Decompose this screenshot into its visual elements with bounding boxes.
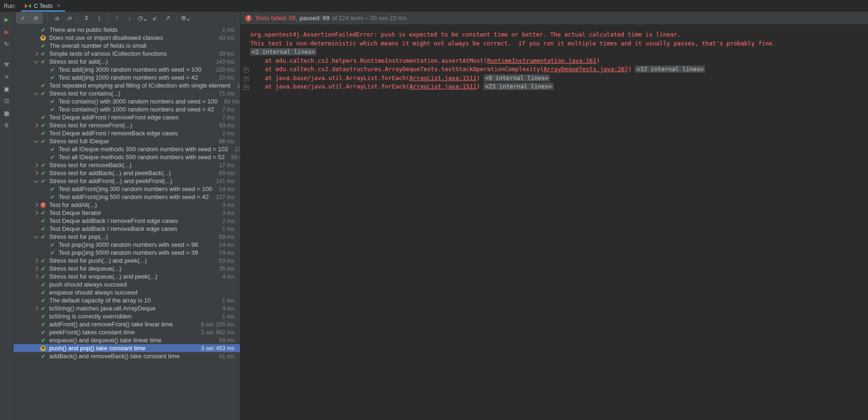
chevron-down-icon[interactable] (34, 234, 38, 238)
expand-fold-icon[interactable]: + (244, 76, 249, 81)
test-row[interactable]: ✕push() and pop() take constant time3 se… (14, 344, 240, 352)
test-row[interactable]: ✔There are no public fields1 ms (14, 26, 240, 34)
test-row[interactable]: ✔Test Deque addBack / removeBack edge ca… (14, 225, 240, 233)
stack-trace-link[interactable]: RuntimeInstrumentation.java:161 (487, 57, 596, 64)
folded-lines-badge[interactable]: <2 internal lines> (250, 48, 316, 55)
test-passed-icon: ✔ (41, 226, 45, 232)
test-row[interactable]: ✔enqueue should always succeed (14, 288, 240, 296)
test-row[interactable]: ✔enqueue() and dequeue() take linear tim… (14, 336, 240, 344)
test-row[interactable]: ✔Stress test for removeFront(...)93 ms (14, 121, 240, 129)
export-test-results-button[interactable]: ↗ (161, 13, 174, 23)
test-row[interactable]: ✔toString() matches java.util.ArrayDeque… (14, 304, 240, 312)
test-row[interactable]: ✔Test pop()ing 5000 random numbers with … (14, 249, 240, 257)
test-row[interactable]: !Test for addAll(...)3 ms (14, 201, 240, 209)
toggle-auto-test-button[interactable]: ↻ (1, 39, 12, 49)
test-name: Stress test for addFront(...) and peekFr… (49, 177, 172, 184)
test-duration: 127 ms (210, 194, 234, 200)
test-row[interactable]: ✔addBack() and removeBack() take constan… (14, 352, 240, 360)
test-row[interactable]: ✔The default capacity of the array is 10… (14, 296, 240, 304)
circle-slash-icon: ⊘ (33, 15, 38, 22)
test-settings-button[interactable]: ⚙▼ (179, 13, 192, 23)
test-row[interactable]: ✔Test Deque Iterator3 ms (14, 209, 240, 217)
dump-button[interactable]: ⊡ (1, 96, 12, 106)
test-row[interactable]: ✔Test all IDeque methods 300 random numb… (14, 145, 240, 153)
sort-by-duration-button[interactable]: ↓≡ (62, 13, 75, 23)
expand-fold-icon[interactable]: + (244, 85, 249, 90)
folded-lines-badge[interactable]: <32 internal lines> (635, 66, 705, 73)
close-icon[interactable]: ✕ (56, 3, 60, 9)
test-row[interactable]: ✔peekFront() takes constant time2 sec 98… (14, 328, 240, 336)
thread-dump-button[interactable]: ▣ (1, 84, 12, 94)
test-row[interactable]: ✔Test Deque addFront / removeBack edge c… (14, 129, 240, 137)
test-row[interactable]: ✔Test addFront()ing 300 random numbers w… (14, 185, 240, 193)
test-row[interactable]: ✔Test add()ing 1000 random numbers with … (14, 74, 240, 81)
chevron-right-icon[interactable] (34, 163, 38, 168)
collapse-all-button[interactable]: ↨ (93, 13, 105, 23)
chevron-slot (32, 236, 39, 238)
rerun-button[interactable]: ▶ (1, 15, 12, 25)
test-row[interactable]: ✔Stress test for add(...)140 ms (14, 58, 240, 66)
sort-alphabetically-button[interactable]: ↓a (50, 13, 62, 23)
chevron-right-icon[interactable] (34, 123, 38, 128)
chevron-right-icon[interactable] (34, 211, 38, 215)
test-row[interactable]: ✔Test Deque addBack / removeFront edge c… (14, 217, 240, 225)
tab-c-tests[interactable]: C Tests ✕ (21, 0, 65, 12)
test-row[interactable]: ✔Stress test for push(...) and peek(...)… (14, 257, 240, 265)
pin-tab-button[interactable]: ⚲ (1, 120, 12, 131)
test-row[interactable]: ✔Test addFront()ing 500 random numbers w… (14, 193, 240, 201)
chevron-down-icon[interactable] (34, 138, 38, 143)
test-row[interactable]: ✔Test repeated emptying and filling of I… (14, 81, 240, 89)
test-duration: 74 ms (212, 250, 234, 256)
chevron-down-icon[interactable] (34, 90, 38, 95)
test-row[interactable]: ✔Stress test for pop(...)88 ms (14, 233, 240, 241)
chevron-right-icon[interactable] (34, 52, 38, 56)
test-duration: 2 ms (216, 130, 234, 137)
expand-all-button[interactable]: ⇕ (80, 13, 93, 23)
import-test-results-button[interactable]: ↙ (149, 13, 161, 23)
test-row[interactable]: ✔Stress test for addFront(...) and peekF… (14, 177, 240, 185)
chevron-right-icon[interactable] (34, 266, 38, 271)
test-row[interactable]: ✕Does not use or import disallowed class… (14, 34, 240, 42)
chevron-right-icon[interactable] (34, 203, 38, 207)
chevron-right-icon[interactable] (34, 306, 38, 311)
chevron-right-icon[interactable] (34, 171, 38, 176)
folded-lines-badge[interactable]: <9 internal lines> (484, 74, 550, 81)
expand-fold-icon[interactable]: + (244, 67, 249, 73)
test-row[interactable]: ✔Stress test for dequeue(...)35 ms (14, 265, 240, 273)
restore-layout-button[interactable]: ▦ (1, 108, 12, 118)
next-failed-test-button[interactable]: ↓ (123, 13, 136, 23)
test-row[interactable]: ✔addFront() and removeFront() take linea… (14, 320, 240, 328)
previous-failed-test-button[interactable]: ↑ (111, 13, 123, 23)
test-row[interactable]: ✔The overall number of fields is small (14, 42, 240, 50)
stack-trace-link[interactable]: ArrayList.java:1511 (410, 74, 477, 81)
test-row[interactable]: ✔Test pop()ing 3000 random numbers with … (14, 241, 240, 249)
show-passed-button[interactable]: ✓ (17, 13, 30, 23)
chevron-right-icon[interactable] (34, 258, 38, 263)
test-row[interactable]: ✔Test all IDeque methods 500 random numb… (14, 153, 240, 161)
chevron-down-icon[interactable] (34, 178, 38, 183)
stack-trace-link[interactable]: ArrayList.java:1511 (410, 83, 477, 90)
test-row[interactable]: ✔Test contains() with 1000 random number… (14, 105, 240, 113)
test-row[interactable]: ✔Stress test for addBack(...) and peekBa… (14, 169, 240, 177)
test-row[interactable]: ✔Stress test full IDeque86 ms (14, 137, 240, 145)
test-row[interactable]: ✔Stress test for removeBack(...)17 ms (14, 161, 240, 169)
test-row[interactable]: ✔toString is correctly overridden1 ms (14, 312, 240, 320)
stop-button[interactable]: ■ (1, 72, 12, 82)
test-name: push should always succeed (49, 281, 127, 288)
show-ignored-button[interactable]: ⊘ (30, 13, 42, 23)
test-row[interactable]: ✔Stress test for enqueue(...) and peek(.… (14, 273, 240, 280)
test-row[interactable]: ✔Test add()ing 3000 random numbers with … (14, 66, 240, 74)
test-row[interactable]: ✔Test Deque addFront / removeFront edge … (14, 113, 240, 121)
chevron-down-icon[interactable] (34, 59, 38, 63)
stack-trace-console[interactable]: org.opentest4j.AssertionFailedError: pus… (240, 24, 868, 420)
test-row[interactable]: ✔Test contains() with 3000 random number… (14, 97, 240, 105)
test-row[interactable]: ✔Stress test for contains(...)71 ms (14, 89, 240, 97)
test-history-button[interactable]: ◷▼ (136, 13, 149, 23)
stack-trace-link[interactable]: ArrayDequeTests.java:267 (544, 66, 629, 73)
rerun-failed-tests-button[interactable]: ▶ (1, 27, 12, 37)
test-row[interactable]: ✔Simple tests of various ICollection fun… (14, 50, 240, 58)
build-button[interactable]: ⚒ (1, 59, 12, 70)
test-row[interactable]: ✔push should always succeed (14, 280, 240, 288)
folded-lines-badge[interactable]: <23 internal lines> (484, 83, 554, 90)
chevron-right-icon[interactable] (34, 274, 38, 279)
